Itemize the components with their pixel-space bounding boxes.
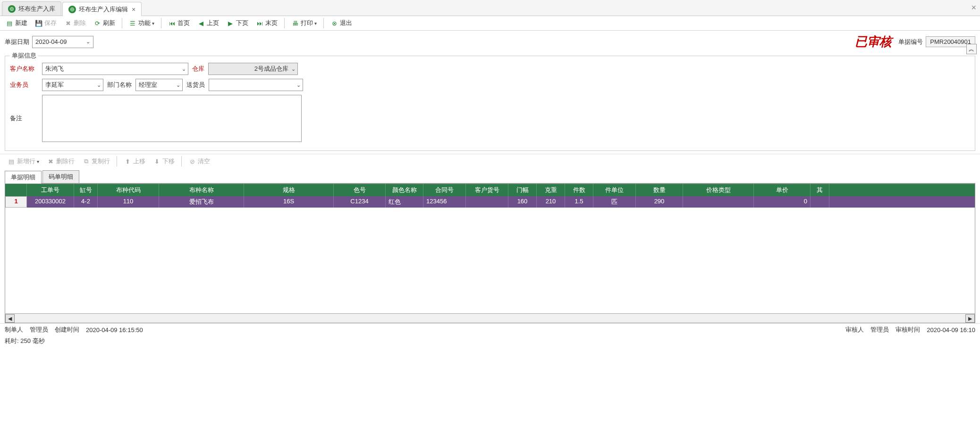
move-down-button: ⬇ 下移 xyxy=(150,156,177,167)
customer-combo[interactable]: 朱鸿飞 ⌄ xyxy=(42,63,188,75)
col-weight[interactable]: 克重 xyxy=(537,184,565,196)
new-button[interactable]: ▤ 新建 xyxy=(3,18,30,28)
cell-vatno[interactable]: 4-2 xyxy=(74,196,98,208)
tab-code-detail[interactable]: 码单明细 xyxy=(42,170,79,183)
col-other[interactable]: 其 xyxy=(811,184,829,196)
exit-icon: ⊗ xyxy=(330,19,338,27)
col-clothcode[interactable]: 布种代码 xyxy=(98,184,159,196)
col-pricetype[interactable]: 价格类型 xyxy=(683,184,754,196)
first-page-button[interactable]: ⏮ 首页 xyxy=(165,18,193,28)
customer-label: 客户名称 xyxy=(10,65,38,73)
chevron-down-icon: ▾ xyxy=(152,21,154,26)
save-icon: 💾 xyxy=(35,19,42,27)
cell-pieces[interactable]: 1.5 xyxy=(565,196,593,208)
col-pieces[interactable]: 件数 xyxy=(565,184,593,196)
remark-textarea[interactable] xyxy=(42,95,302,142)
col-colorno[interactable]: 色号 xyxy=(334,184,386,196)
main-toolbar: ▤ 新建 💾 保存 ✖ 删除 ⟳ 刷新 ☰ 功能 ▾ ⏮ 首页 ◀ 上页 ▶ 下… xyxy=(0,16,980,31)
cell-clothname[interactable]: 爱招飞布 xyxy=(159,196,244,208)
doc-no-label: 单据编号 xyxy=(898,38,923,46)
audited-label: 审核时间 xyxy=(896,326,920,334)
auditor-value: 管理员 xyxy=(870,326,889,334)
col-colorname[interactable]: 颜色名称 xyxy=(386,184,423,196)
date-value: 2020-04-09 xyxy=(35,38,67,45)
dept-combo[interactable]: 经理室 ⌄ xyxy=(135,79,183,91)
close-icon[interactable]: × xyxy=(132,6,135,13)
col-qty[interactable]: 数量 xyxy=(636,184,683,196)
salesman-combo[interactable]: 李延军 ⌄ xyxy=(42,79,103,91)
doc-info-fieldset: 单据信息 ︽ 客户名称 朱鸿飞 ⌄ 仓库 2号成品仓库 ⌄ 业务员 李延军 ⌄ … xyxy=(5,56,975,151)
grid-toolbar: ▤ 新增行 ▾ ✖ 删除行 ⧉ 复制行 ⬆ 上移 ⬇ 下移 ⊘ 清空 xyxy=(0,154,980,168)
collapse-button[interactable]: ︽ xyxy=(966,44,977,54)
date-label: 单据日期 xyxy=(5,38,29,46)
chevron-down-icon: ⌄ xyxy=(97,82,101,88)
cell-workorder[interactable]: 200330002 xyxy=(27,196,74,208)
arrow-up-icon: ⬆ xyxy=(124,158,131,165)
copy-icon: ⧉ xyxy=(82,158,90,165)
print-button[interactable]: 🖶 打印 ▾ xyxy=(288,18,320,28)
tab-greige-inbound-edit[interactable]: 坯布生产入库编辑 × xyxy=(62,2,142,16)
cell-colorno[interactable]: C1234 xyxy=(334,196,386,208)
prev-page-button[interactable]: ◀ 上页 xyxy=(194,18,222,28)
creator-label: 制单人 xyxy=(5,326,23,334)
cell-pieceunit[interactable]: 匹 xyxy=(593,196,636,208)
arrow-down-icon: ⬇ xyxy=(153,158,161,165)
add-row-button: ▤ 新增行 ▾ xyxy=(5,156,42,167)
col-custitem[interactable]: 客户货号 xyxy=(466,184,508,196)
footer-bar: 制单人 管理员 创建时间 2020-04-09 16:15:50 审核人 管理员… xyxy=(0,323,980,336)
close-all-icon[interactable]: × xyxy=(971,3,976,13)
col-vatno[interactable]: 缸号 xyxy=(74,184,98,196)
chevron-down-icon: ▾ xyxy=(37,159,39,164)
col-contract[interactable]: 合同号 xyxy=(423,184,466,196)
date-input[interactable]: 2020-04-09 ⌄ xyxy=(32,36,93,48)
cell-custitem[interactable] xyxy=(466,196,508,208)
salesman-value: 李延军 xyxy=(45,81,64,89)
cell-pricetype[interactable] xyxy=(683,196,754,208)
col-width[interactable]: 门幅 xyxy=(508,184,537,196)
move-up-button: ⬆ 上移 xyxy=(121,156,148,167)
tab-doc-detail[interactable]: 单据明细 xyxy=(5,171,42,184)
chevron-down-icon: ⌄ xyxy=(182,66,186,72)
col-workorder[interactable]: 工单号 xyxy=(27,184,74,196)
cell-other[interactable] xyxy=(811,196,829,208)
cell-weight[interactable]: 210 xyxy=(537,196,565,208)
col-clothname[interactable]: 布种名称 xyxy=(159,184,244,196)
created-label: 创建时间 xyxy=(55,326,79,334)
globe-icon xyxy=(68,6,76,13)
copy-row-button: ⧉ 复制行 xyxy=(79,156,113,167)
cell-spec[interactable]: 16S xyxy=(244,196,334,208)
col-pieceunit[interactable]: 件单位 xyxy=(593,184,636,196)
cell-qty[interactable]: 290 xyxy=(636,196,683,208)
del-row-button: ✖ 删除行 xyxy=(44,156,77,167)
chevron-down-icon: ⌄ xyxy=(296,82,301,88)
col-unitprice[interactable]: 单价 xyxy=(754,184,811,196)
horizontal-scrollbar[interactable]: ◀ ▶ xyxy=(5,313,975,323)
chevron-up-icon: ︽ xyxy=(969,45,974,53)
table-row[interactable]: 1 200330002 4-2 110 爱招飞布 16S C1234 红色 12… xyxy=(5,196,975,208)
salesman-label: 业务员 xyxy=(10,81,38,89)
row-index[interactable]: 1 xyxy=(5,196,27,208)
deliverer-combo[interactable]: ⌄ xyxy=(209,79,303,91)
cell-contract[interactable]: 123456 xyxy=(423,196,466,208)
cell-clothcode[interactable]: 110 xyxy=(98,196,159,208)
tab-greige-inbound[interactable]: 坯布生产入库 xyxy=(2,1,61,16)
cell-colorname[interactable]: 红色 xyxy=(386,196,423,208)
warehouse-combo[interactable]: 2号成品仓库 ⌄ xyxy=(208,63,298,75)
separator xyxy=(181,156,182,167)
list-icon: ☰ xyxy=(129,19,136,27)
warehouse-value: 2号成品仓库 xyxy=(211,65,288,73)
scroll-left-icon[interactable]: ◀ xyxy=(5,314,15,323)
dept-value: 经理室 xyxy=(139,81,157,89)
next-page-button[interactable]: ▶ 下页 xyxy=(224,18,251,28)
refresh-button[interactable]: ⟳ 刷新 xyxy=(91,18,118,28)
exit-button[interactable]: ⊗ 退出 xyxy=(328,18,355,28)
clear-icon: ⊘ xyxy=(188,158,196,165)
col-spec[interactable]: 规格 xyxy=(244,184,334,196)
functions-button[interactable]: ☰ 功能 ▾ xyxy=(126,18,157,28)
cell-width[interactable]: 160 xyxy=(508,196,537,208)
x-icon: ✖ xyxy=(47,158,54,165)
grid-header: 工单号 缸号 布种代码 布种名称 规格 色号 颜色名称 合同号 客户货号 门幅 … xyxy=(5,184,975,196)
cell-unitprice[interactable]: 0 xyxy=(754,196,811,208)
scroll-right-icon[interactable]: ▶ xyxy=(965,314,975,323)
last-page-button[interactable]: ⏭ 末页 xyxy=(253,18,280,28)
